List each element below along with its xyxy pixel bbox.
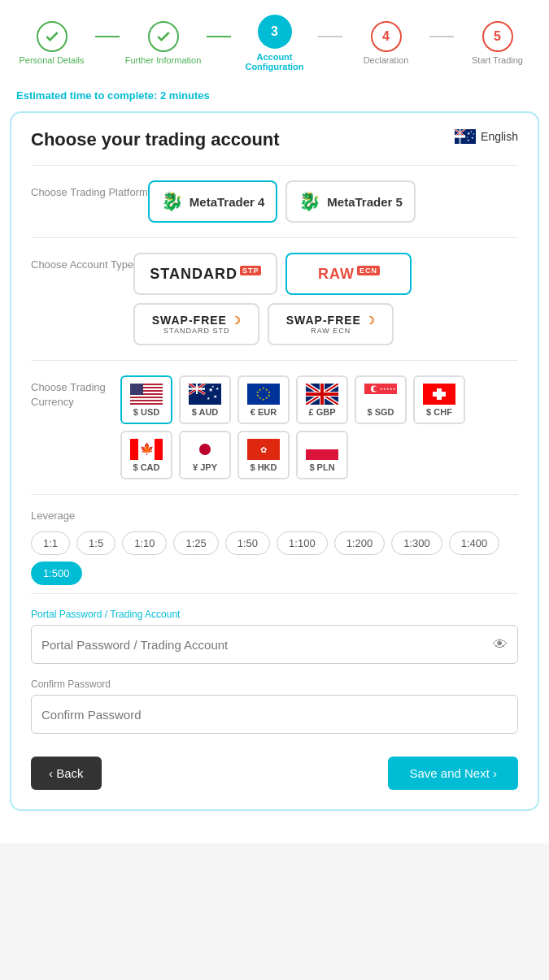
svg-text:★: ★ [473, 132, 475, 136]
flag-hk: ✿ [247, 439, 280, 460]
step-personal-details[interactable]: Personal Details [8, 21, 95, 65]
step-label-4: Declaration [364, 55, 409, 65]
svg-text:★: ★ [213, 394, 217, 399]
stepper: Personal Details Further Information 3 A… [0, 0, 549, 80]
leverage-1-400[interactable]: 1:400 [449, 531, 500, 555]
footer-buttons: ‹ Back Save and Next › [31, 748, 518, 790]
confirm-password-label: Confirm Password [31, 679, 518, 690]
card-title-row: Choose your trading account ★ ★ [31, 129, 518, 150]
currency-options: $ USD [120, 375, 518, 479]
leverage-1-300[interactable]: 1:300 [391, 531, 442, 555]
portal-password-input[interactable] [41, 638, 493, 652]
currency-aud[interactable]: ★ ★ ★ ★ ★ $ AUD [179, 375, 231, 424]
account-standard[interactable]: STANDARDSTP [133, 253, 277, 295]
password-toggle-icon[interactable]: 👁 [493, 636, 508, 653]
leverage-section: Leverage 1:1 1:5 1:10 1:25 1:50 1:100 1:… [31, 494, 518, 593]
svg-point-72 [199, 444, 211, 455]
leverage-1-10[interactable]: 1:10 [122, 531, 167, 555]
flag-au: ★ ★ ★ ★ ★ [189, 384, 221, 405]
leverage-1-50[interactable]: 1:50 [225, 531, 270, 555]
au-flag-icon: ★ ★ ★ ★ ★ ✦ [455, 129, 476, 144]
platform-mt5[interactable]: 🐉 MetaTrader 5 [285, 180, 416, 223]
flag-us [130, 384, 163, 405]
svg-rect-69 [155, 439, 163, 460]
language-selector[interactable]: ★ ★ ★ ★ ★ ✦ English [455, 129, 518, 144]
connector-3-4 [318, 36, 342, 37]
svg-text:✦: ✦ [466, 136, 468, 139]
currency-section: Choose Trading Currency $ USD [31, 360, 518, 494]
svg-text:🍁: 🍁 [140, 442, 155, 456]
confirm-password-input[interactable] [41, 708, 508, 722]
leverage-options: 1:1 1:5 1:10 1:25 1:50 1:100 1:200 1:300… [31, 531, 518, 585]
account-type-section: Choose Account Type STANDARDSTP RAWECN S… [31, 237, 518, 360]
svg-rect-20 [130, 398, 163, 400]
estimated-time-bar: Estimated time to complete: 2 minutes [0, 80, 549, 111]
svg-text:★: ★ [211, 384, 215, 388]
leverage-1-100[interactable]: 1:100 [277, 531, 328, 555]
step-start-trading[interactable]: 5 Start Trading [454, 21, 541, 65]
currency-chf[interactable]: $ CHF [413, 375, 465, 424]
flag-gb [306, 384, 338, 405]
svg-text:★: ★ [471, 136, 474, 140]
step-account-configuration[interactable]: 3 Account Configuration [231, 15, 318, 72]
page-wrapper: Personal Details Further Information 3 A… [0, 0, 549, 843]
svg-point-62 [373, 386, 378, 391]
main-card: Choose your trading account ★ ★ [10, 111, 539, 811]
svg-rect-66 [433, 392, 446, 397]
flag-sg: ★★★★★ [364, 384, 397, 405]
currency-hkd[interactable]: ✿ $ HKD [237, 431, 290, 479]
platform-label: Choose Trading Platform [31, 180, 148, 200]
currency-jpy[interactable]: ¥ JPY [179, 431, 231, 479]
account-type-label: Choose Account Type [31, 253, 133, 272]
svg-rect-32 [196, 384, 198, 394]
leverage-1-1[interactable]: 1:1 [31, 531, 70, 555]
step-label-2: Further Information [125, 55, 202, 65]
step-label-5: Start Trading [472, 55, 523, 65]
step-declaration[interactable]: 4 Declaration [342, 21, 429, 65]
flag-ch [423, 384, 455, 405]
leverage-1-25[interactable]: 1:25 [173, 531, 218, 555]
platform-mt4[interactable]: 🐉 MetaTrader 4 [148, 180, 278, 223]
confirm-password-wrap [31, 695, 518, 734]
currency-eur[interactable]: ★ ★ ★ ★ ★ ★ ★ ★ ★ ★ € EUR [237, 375, 290, 424]
step-label-1: Personal Details [19, 55, 84, 65]
portal-password-label: Portal Password / Trading Account [31, 609, 518, 620]
flag-jp [189, 439, 221, 460]
leverage-1-500[interactable]: 1:500 [31, 562, 82, 585]
connector-2-3 [207, 36, 231, 37]
step-circle-4: 4 [371, 21, 402, 52]
svg-rect-68 [130, 439, 138, 460]
svg-rect-77 [306, 449, 338, 460]
step-circle-2 [148, 21, 179, 52]
svg-text:★★★★★: ★★★★★ [380, 387, 396, 391]
card-title: Choose your trading account [31, 129, 280, 150]
platform-section: Choose Trading Platform 🐉 MetaTrader 4 🐉… [31, 165, 518, 237]
connector-4-5 [429, 36, 454, 37]
step-circle-5: 5 [482, 21, 513, 52]
currency-usd[interactable]: $ USD [120, 375, 172, 424]
svg-rect-8 [455, 136, 465, 138]
step-label-3: Account Configuration [231, 52, 318, 72]
account-type-options: STANDARDSTP RAWECN SWAP-FREE ☽ STANDARD … [133, 253, 518, 345]
currency-label: Choose Trading Currency [31, 375, 120, 410]
leverage-1-200[interactable]: 1:200 [334, 531, 386, 555]
flag-eu: ★ ★ ★ ★ ★ ★ ★ ★ ★ ★ [247, 384, 280, 405]
connector-1-2 [95, 36, 120, 37]
svg-text:★: ★ [262, 397, 265, 401]
currency-gbp[interactable]: £ GBP [296, 375, 348, 424]
back-button[interactable]: ‹ Back [31, 757, 102, 790]
account-swap-raw[interactable]: SWAP-FREE ☽ RAW ECN [268, 303, 394, 345]
mt4-icon: 🐉 [161, 191, 183, 212]
currency-cad[interactable]: 🍁 $ CAD [120, 431, 172, 479]
account-swap-std[interactable]: SWAP-FREE ☽ STANDARD STD [133, 303, 259, 345]
step-further-information[interactable]: Further Information [120, 21, 207, 65]
svg-text:✿: ✿ [260, 445, 267, 454]
mt4-label: MetaTrader 4 [190, 195, 265, 209]
mt5-label: MetaTrader 5 [327, 195, 403, 209]
portal-password-wrap: 👁 [31, 625, 518, 664]
account-raw[interactable]: RAWECN [285, 253, 412, 295]
next-button[interactable]: Save and Next › [388, 757, 518, 790]
currency-sgd[interactable]: ★★★★★ $ SGD [355, 375, 407, 424]
currency-pln[interactable]: $ PLN [296, 431, 348, 479]
leverage-1-5[interactable]: 1:5 [76, 531, 115, 555]
